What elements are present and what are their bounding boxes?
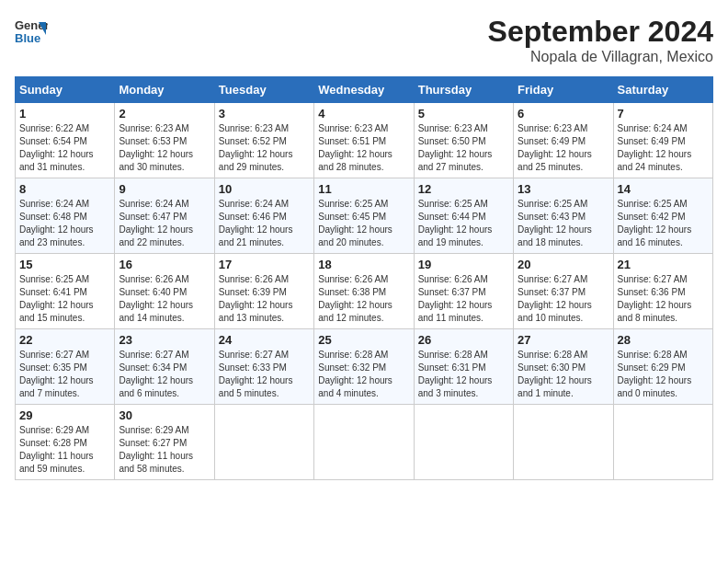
col-wednesday: Wednesday: [314, 77, 414, 103]
list-item: 28Sunrise: 6:28 AM Sunset: 6:29 PM Dayli…: [613, 329, 712, 405]
day-info: Sunrise: 6:25 AM Sunset: 6:41 PM Dayligh…: [19, 273, 110, 325]
list-item: 24Sunrise: 6:27 AM Sunset: 6:33 PM Dayli…: [214, 329, 313, 405]
day-number: 2: [119, 107, 210, 121]
col-monday: Monday: [115, 77, 214, 103]
day-info: Sunrise: 6:25 AM Sunset: 6:42 PM Dayligh…: [618, 198, 709, 249]
day-info: Sunrise: 6:23 AM Sunset: 6:51 PM Dayligh…: [318, 122, 409, 174]
list-item: 4Sunrise: 6:23 AM Sunset: 6:51 PM Daylig…: [314, 103, 414, 178]
day-number: 12: [418, 182, 509, 196]
day-number: 26: [418, 333, 509, 347]
day-info: Sunrise: 6:28 AM Sunset: 6:30 PM Dayligh…: [518, 349, 609, 400]
list-item: 10Sunrise: 6:24 AM Sunset: 6:46 PM Dayli…: [214, 178, 313, 254]
col-friday: Friday: [514, 77, 613, 103]
day-info: Sunrise: 6:28 AM Sunset: 6:31 PM Dayligh…: [418, 349, 509, 400]
day-number: 10: [219, 182, 310, 196]
day-info: Sunrise: 6:26 AM Sunset: 6:38 PM Dayligh…: [318, 273, 409, 325]
day-number: 5: [418, 107, 509, 121]
list-item: 22Sunrise: 6:27 AM Sunset: 6:35 PM Dayli…: [16, 329, 115, 405]
day-info: Sunrise: 6:22 AM Sunset: 6:54 PM Dayligh…: [19, 122, 110, 174]
day-number: 20: [518, 258, 609, 271]
day-number: 7: [618, 107, 709, 121]
day-info: Sunrise: 6:26 AM Sunset: 6:37 PM Dayligh…: [418, 273, 509, 325]
table-row: 15Sunrise: 6:25 AM Sunset: 6:41 PM Dayli…: [16, 254, 713, 329]
list-item: 16Sunrise: 6:26 AM Sunset: 6:40 PM Dayli…: [115, 254, 214, 329]
list-item: 9Sunrise: 6:24 AM Sunset: 6:47 PM Daylig…: [115, 178, 214, 254]
list-item: 25Sunrise: 6:28 AM Sunset: 6:32 PM Dayli…: [314, 329, 414, 405]
location: Nopala de Villagran, Mexico: [488, 49, 713, 65]
day-number: 15: [19, 258, 110, 271]
day-number: 19: [418, 258, 509, 271]
day-info: Sunrise: 6:27 AM Sunset: 6:35 PM Dayligh…: [19, 349, 110, 400]
day-number: 4: [318, 107, 409, 121]
list-item: [514, 405, 613, 480]
day-info: Sunrise: 6:26 AM Sunset: 6:39 PM Dayligh…: [219, 273, 310, 325]
table-row: 29Sunrise: 6:29 AM Sunset: 6:28 PM Dayli…: [16, 405, 713, 480]
table-row: 1Sunrise: 6:22 AM Sunset: 6:54 PM Daylig…: [16, 103, 713, 178]
day-number: 17: [219, 258, 310, 271]
list-item: [314, 405, 414, 480]
list-item: 13Sunrise: 6:25 AM Sunset: 6:43 PM Dayli…: [514, 178, 613, 254]
day-info: Sunrise: 6:24 AM Sunset: 6:48 PM Dayligh…: [19, 198, 110, 249]
list-item: 3Sunrise: 6:23 AM Sunset: 6:52 PM Daylig…: [214, 103, 313, 178]
list-item: 6Sunrise: 6:23 AM Sunset: 6:49 PM Daylig…: [514, 103, 613, 178]
day-info: Sunrise: 6:27 AM Sunset: 6:34 PM Dayligh…: [119, 349, 210, 400]
day-info: Sunrise: 6:25 AM Sunset: 6:45 PM Dayligh…: [318, 198, 409, 249]
day-info: Sunrise: 6:28 AM Sunset: 6:29 PM Dayligh…: [618, 349, 709, 400]
col-thursday: Thursday: [414, 77, 513, 103]
day-number: 3: [219, 107, 310, 121]
title-area: September 2024 Nopala de Villagran, Mexi…: [488, 15, 713, 65]
logo-icon: General Blue: [15, 15, 48, 48]
day-number: 8: [19, 182, 110, 196]
col-sunday: Sunday: [16, 77, 115, 103]
day-info: Sunrise: 6:23 AM Sunset: 6:52 PM Dayligh…: [219, 122, 310, 174]
day-info: Sunrise: 6:23 AM Sunset: 6:49 PM Dayligh…: [518, 122, 609, 174]
day-info: Sunrise: 6:23 AM Sunset: 6:53 PM Dayligh…: [119, 122, 210, 174]
day-info: Sunrise: 6:29 AM Sunset: 6:27 PM Dayligh…: [119, 424, 210, 476]
day-info: Sunrise: 6:25 AM Sunset: 6:43 PM Dayligh…: [518, 198, 609, 249]
list-item: 21Sunrise: 6:27 AM Sunset: 6:36 PM Dayli…: [613, 254, 712, 329]
day-info: Sunrise: 6:27 AM Sunset: 6:37 PM Dayligh…: [518, 273, 609, 325]
day-number: 6: [518, 107, 609, 121]
list-item: 2Sunrise: 6:23 AM Sunset: 6:53 PM Daylig…: [115, 103, 214, 178]
day-info: Sunrise: 6:27 AM Sunset: 6:36 PM Dayligh…: [618, 273, 709, 325]
list-item: 1Sunrise: 6:22 AM Sunset: 6:54 PM Daylig…: [16, 103, 115, 178]
list-item: 18Sunrise: 6:26 AM Sunset: 6:38 PM Dayli…: [314, 254, 414, 329]
day-number: 27: [518, 333, 609, 347]
logo: General Blue: [15, 15, 48, 48]
list-item: 20Sunrise: 6:27 AM Sunset: 6:37 PM Dayli…: [514, 254, 613, 329]
day-number: 1: [19, 107, 110, 121]
list-item: 15Sunrise: 6:25 AM Sunset: 6:41 PM Dayli…: [16, 254, 115, 329]
day-number: 11: [318, 182, 409, 196]
day-number: 23: [119, 333, 210, 347]
month-year: September 2024: [488, 15, 713, 49]
day-number: 21: [618, 258, 709, 271]
list-item: 26Sunrise: 6:28 AM Sunset: 6:31 PM Dayli…: [414, 329, 513, 405]
day-number: 30: [119, 408, 210, 422]
col-tuesday: Tuesday: [214, 77, 313, 103]
day-number: 16: [119, 258, 210, 271]
table-row: 22Sunrise: 6:27 AM Sunset: 6:35 PM Dayli…: [16, 329, 713, 405]
day-info: Sunrise: 6:27 AM Sunset: 6:33 PM Dayligh…: [219, 349, 310, 400]
list-item: 12Sunrise: 6:25 AM Sunset: 6:44 PM Dayli…: [414, 178, 513, 254]
day-info: Sunrise: 6:28 AM Sunset: 6:32 PM Dayligh…: [318, 349, 409, 400]
col-saturday: Saturday: [613, 77, 712, 103]
day-info: Sunrise: 6:25 AM Sunset: 6:44 PM Dayligh…: [418, 198, 509, 249]
day-info: Sunrise: 6:24 AM Sunset: 6:46 PM Dayligh…: [219, 198, 310, 249]
list-item: 27Sunrise: 6:28 AM Sunset: 6:30 PM Dayli…: [514, 329, 613, 405]
list-item: 30Sunrise: 6:29 AM Sunset: 6:27 PM Dayli…: [115, 405, 214, 480]
day-number: 18: [318, 258, 409, 271]
day-info: Sunrise: 6:29 AM Sunset: 6:28 PM Dayligh…: [19, 424, 110, 476]
day-number: 13: [518, 182, 609, 196]
table-row: 8Sunrise: 6:24 AM Sunset: 6:48 PM Daylig…: [16, 178, 713, 254]
list-item: 23Sunrise: 6:27 AM Sunset: 6:34 PM Dayli…: [115, 329, 214, 405]
day-number: 24: [219, 333, 310, 347]
list-item: 5Sunrise: 6:23 AM Sunset: 6:50 PM Daylig…: [414, 103, 513, 178]
day-number: 14: [618, 182, 709, 196]
day-number: 25: [318, 333, 409, 347]
list-item: 17Sunrise: 6:26 AM Sunset: 6:39 PM Dayli…: [214, 254, 313, 329]
header: General Blue September 2024 Nopala de Vi…: [15, 15, 713, 65]
list-item: [414, 405, 513, 480]
day-info: Sunrise: 6:24 AM Sunset: 6:49 PM Dayligh…: [618, 122, 709, 174]
day-number: 22: [19, 333, 110, 347]
day-info: Sunrise: 6:23 AM Sunset: 6:50 PM Dayligh…: [418, 122, 509, 174]
